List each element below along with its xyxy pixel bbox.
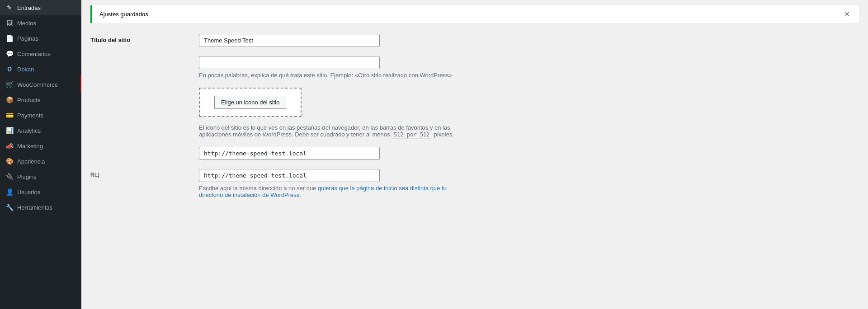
notice-text: Ajustes guardados. bbox=[99, 11, 150, 18]
site-title-label: Título del sitio bbox=[90, 34, 190, 43]
site-title-row: Título del sitio bbox=[90, 34, 859, 47]
sidebar-item-herramientas[interactable]: 🔧 Herramientas bbox=[0, 200, 81, 215]
sidebar-item-medios[interactable]: 🖼 Medios bbox=[0, 15, 81, 31]
wp-address-label bbox=[90, 147, 190, 150]
site-icon-row: Elige un icono del sitio El icono del si… bbox=[90, 88, 859, 138]
sidebar-item-entradas[interactable]: ✎ Entradas bbox=[0, 0, 81, 15]
sidebar-item-apariencia[interactable]: 🎨 Apariencia bbox=[0, 154, 81, 169]
site-icon-label bbox=[90, 88, 190, 90]
tagline-input[interactable] bbox=[199, 56, 380, 69]
sidebar-item-products[interactable]: 📦 Products bbox=[0, 92, 81, 108]
settings-form: Título del sitio En pocas palabras, expl… bbox=[81, 23, 868, 218]
tagline-wrap: En pocas palabras, explica de qué trata … bbox=[199, 56, 470, 79]
sidebar-item-payments[interactable]: 💳 Payments bbox=[0, 108, 81, 123]
analytics-icon: 📊 bbox=[5, 127, 14, 134]
apariencia-icon: 🎨 bbox=[5, 158, 14, 165]
site-address-input[interactable] bbox=[199, 169, 380, 182]
sidebar-item-paginas[interactable]: 📄 Páginas bbox=[0, 31, 81, 46]
site-icon-area: Elige un icono del sitio bbox=[199, 88, 302, 117]
medios-icon: 🖼 bbox=[5, 19, 14, 27]
site-address-description: Escribe aquí la misma dirección a no ser… bbox=[199, 185, 470, 198]
usuarios-icon: 👤 bbox=[5, 188, 14, 196]
comentarios-icon: 💬 bbox=[5, 50, 14, 57]
notice-bar: Ajustes guardados. ✕ bbox=[90, 5, 859, 23]
main-content: Ajustes guardados. ✕ Título del sitio En… bbox=[81, 0, 868, 309]
wp-address-wrap bbox=[199, 147, 470, 160]
plugins-icon: 🔌 bbox=[5, 173, 14, 180]
dokan-icon: D bbox=[5, 66, 14, 73]
marketing-icon: 📣 bbox=[5, 142, 14, 150]
sidebar-item-analytics[interactable]: 📊 Analytics bbox=[0, 123, 81, 138]
site-address-wrap: Escribe aquí la misma dirección a no ser… bbox=[199, 169, 470, 198]
sidebar-item-usuarios[interactable]: 👤 Usuarios bbox=[0, 184, 81, 200]
tagline-description: En pocas palabras, explica de qué trata … bbox=[199, 72, 470, 79]
sidebar-item-comentarios[interactable]: 💬 Comentarios bbox=[0, 46, 81, 61]
products-icon: 📦 bbox=[5, 96, 14, 103]
site-icon-button[interactable]: Elige un icono del sitio bbox=[214, 96, 286, 109]
site-title-wrap bbox=[199, 34, 470, 47]
wp-address-input[interactable] bbox=[199, 147, 380, 160]
wp-address-row bbox=[90, 147, 859, 160]
tagline-label bbox=[90, 56, 190, 59]
sidebar: ✎ Entradas 🖼 Medios 📄 Páginas 💬 Comentar… bbox=[0, 0, 81, 309]
paginas-icon: 📄 bbox=[5, 35, 14, 42]
site-address-label: RL) bbox=[90, 169, 190, 178]
tagline-row: En pocas palabras, explica de qué trata … bbox=[90, 56, 859, 79]
woocommerce-icon: 🛒 bbox=[5, 81, 14, 88]
entradas-icon: ✎ bbox=[5, 4, 14, 11]
payments-icon: 💳 bbox=[5, 112, 14, 119]
site-title-input[interactable] bbox=[199, 34, 380, 47]
site-address-row: RL) Escribe aquí la misma dirección a no… bbox=[90, 169, 859, 198]
size-code: 512 por 512 bbox=[392, 131, 432, 139]
site-icon-description: El icono del sitio es lo que ves en las … bbox=[199, 124, 470, 138]
notice-close-button[interactable]: ✕ bbox=[842, 10, 852, 19]
sidebar-item-woocommerce[interactable]: 🛒 WooCommerce bbox=[0, 77, 81, 92]
dokan-section: D Dokan Panel retirar Reverse Withdrawal… bbox=[0, 61, 81, 77]
sidebar-item-plugins[interactable]: 🔌 Plugins bbox=[0, 169, 81, 184]
herramientas-icon: 🔧 bbox=[5, 204, 14, 211]
sidebar-item-dokan[interactable]: D Dokan bbox=[0, 61, 81, 77]
site-icon-wrap: Elige un icono del sitio El icono del si… bbox=[199, 88, 470, 138]
sidebar-item-marketing[interactable]: 📣 Marketing bbox=[0, 138, 81, 154]
